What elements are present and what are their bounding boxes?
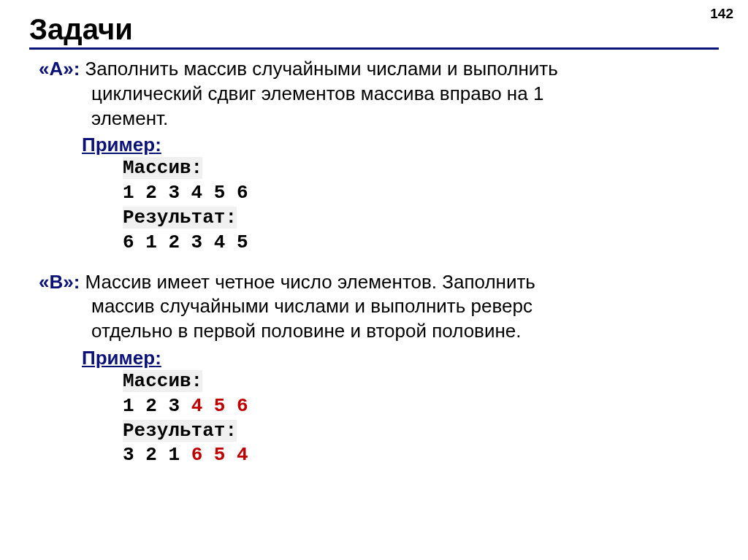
task-b-block: «B»: Массив имеет четное число элементов…: [29, 270, 719, 469]
task-b-array-values-p2: 4 5 6: [191, 395, 248, 417]
task-a-example-label: Пример:: [29, 134, 719, 156]
task-b-example-label: Пример:: [29, 347, 719, 369]
task-b-code-block: Массив: 1 2 3 4 5 6 Результат: 3 2 1 6 5…: [29, 369, 719, 468]
task-a-desc-line1: Заполнить массив случайными числами и вы…: [80, 58, 557, 80]
task-b-result-values-p2: 6 5 4: [191, 444, 248, 466]
page-number: 142: [710, 6, 733, 22]
slide-title: Задачи: [29, 13, 719, 46]
task-a-desc-line3: элемент.: [39, 107, 719, 131]
task-a-array-label: Массив:: [123, 157, 202, 179]
task-b-result-label: Результат:: [123, 420, 237, 442]
task-a-description: «A»: Заполнить массив случайными числами…: [29, 57, 719, 131]
task-b-array-values-p1: 1 2 3: [123, 395, 191, 417]
title-underline: [29, 47, 719, 50]
task-a-desc-line2: циклический сдвиг элементов массива впра…: [39, 82, 719, 107]
task-b-label: «B»:: [39, 271, 80, 293]
slide-container: 142 Задачи «A»: Заполнить массив случайн…: [0, 0, 748, 560]
task-a-block: «A»: Заполнить массив случайными числами…: [29, 57, 719, 256]
task-b-description: «B»: Массив имеет четное число элементов…: [29, 270, 719, 344]
task-b-result-values-p1: 3 2 1: [123, 444, 191, 466]
task-b-desc-line1: Массив имеет четное число элементов. Зап…: [80, 271, 535, 293]
task-b-array-label: Массив:: [123, 370, 202, 392]
task-a-result-values: 6 1 2 3 4 5: [123, 231, 248, 253]
task-b-desc-line3: отдельно в первой половине и второй поло…: [39, 319, 719, 344]
task-a-code-block: Массив: 1 2 3 4 5 6 Результат: 6 1 2 3 4…: [29, 156, 719, 255]
task-b-desc-line2: массив случайными числами и выполнить ре…: [39, 294, 719, 319]
task-a-array-values: 1 2 3 4 5 6: [123, 182, 248, 204]
task-a-result-label: Результат:: [123, 207, 237, 229]
task-a-label: «A»:: [39, 58, 80, 80]
